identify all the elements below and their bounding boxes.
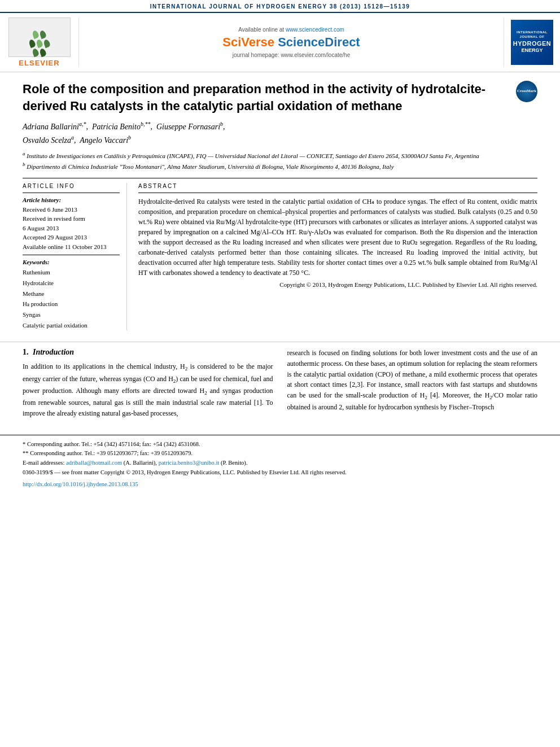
affil-a-marker: a bbox=[23, 151, 25, 156]
available-date: Available online 11 October 2013 bbox=[23, 242, 120, 252]
accepted-date: Accepted 29 August 2013 bbox=[23, 233, 120, 242]
available-online-text: Available online at www.sciencedirect.co… bbox=[238, 27, 344, 33]
author-1-affil: a,* bbox=[79, 121, 86, 127]
leaf-4 bbox=[35, 39, 43, 49]
author-5: Angelo Vaccari bbox=[80, 136, 128, 145]
sciverse-center: Available online at www.sciencedirect.co… bbox=[79, 18, 504, 67]
keywords-divider bbox=[23, 255, 120, 255]
leaf-6 bbox=[32, 48, 40, 58]
intro-col2-text: research is focused on finding solutions… bbox=[287, 348, 538, 412]
crossmark-badge[interactable]: CrossMark bbox=[516, 81, 537, 102]
author-4-affil: a bbox=[71, 134, 74, 141]
sciverse-link[interactable]: www.sciencedirect.com bbox=[286, 27, 344, 33]
author-3-affil: b bbox=[220, 121, 223, 127]
publisher-header: ELSEVIER Available online at www.science… bbox=[0, 13, 560, 72]
leaf-1 bbox=[32, 30, 40, 40]
history-text: Received 6 June 2013 Received in revised… bbox=[23, 205, 120, 252]
email-1-name: (A. Ballarini), bbox=[124, 460, 157, 466]
crossmark-section: CrossMark bbox=[509, 81, 537, 102]
keyword-2: Hydrotalcite bbox=[23, 278, 120, 289]
abstract-divider bbox=[138, 193, 537, 193]
body-col-left: 1. Introduction In addition to its appli… bbox=[23, 348, 273, 423]
footnote-corresponding-2: ** Corresponding author. Tel.: +39 05120… bbox=[23, 449, 537, 458]
leaf-3 bbox=[28, 39, 36, 49]
keyword-1: Ruthenium bbox=[23, 267, 120, 278]
journal-cover-image: INTERNATIONAL JOURNAL OF HYDROGEN ENERGY bbox=[511, 20, 553, 65]
introduction-heading: 1. Introduction bbox=[23, 348, 273, 357]
keyword-5: Syngas bbox=[23, 309, 120, 320]
article-info-label: ARTICLE INFO bbox=[23, 183, 120, 189]
leaf-5 bbox=[42, 39, 50, 49]
article-info-abstract: ARTICLE INFO Article history: Received 6… bbox=[23, 183, 537, 331]
leaf-2 bbox=[39, 30, 47, 40]
author-1: Adriana Ballarini bbox=[23, 123, 79, 131]
received-date: Received 6 June 2013 bbox=[23, 205, 120, 215]
footnote-emails: E-mail addresses: adriballa@hotmail.com … bbox=[23, 458, 537, 468]
email-label: E-mail addresses: bbox=[23, 460, 64, 466]
leaf-7 bbox=[39, 48, 47, 58]
email-link-1[interactable]: adriballa@hotmail.com bbox=[66, 460, 122, 466]
journal-homepage: journal homepage: www.elsevier.com/locat… bbox=[233, 52, 350, 58]
abstract-label: ABSTRACT bbox=[138, 183, 537, 189]
header-divider bbox=[23, 178, 537, 178]
elsevier-image bbox=[8, 18, 71, 57]
author-2: Patricia Benito bbox=[92, 123, 141, 131]
intro-col1-text: In addition to its applications in the c… bbox=[23, 361, 273, 418]
affiliations-section: a Instituto de Investigaciones en Catáli… bbox=[23, 150, 537, 171]
keywords-list: Ruthenium Hydrotalcite Methane H₂ produc… bbox=[23, 267, 120, 330]
journal-header-bar: INTERNATIONAL JOURNAL OF HYDROGEN ENERGY… bbox=[0, 0, 560, 13]
crossmark-label: CrossMark bbox=[517, 89, 536, 94]
footnote-issn: 0360-3199/$ — see front matter Copyright… bbox=[23, 468, 537, 478]
abstract-text: Hydrotalcite-derived Ru catalysts were t… bbox=[138, 196, 537, 278]
author-4: Osvaldo Scelza bbox=[23, 136, 71, 145]
journal-cover: INTERNATIONAL JOURNAL OF HYDROGEN ENERGY bbox=[504, 18, 554, 67]
keyword-3: Methane bbox=[23, 289, 120, 299]
doi-link[interactable]: http://dx.doi.org/10.1016/j.ijhydene.201… bbox=[23, 481, 138, 487]
author-2-affil: b,** bbox=[141, 121, 151, 127]
authors-section: Adriana Ballarinia,*, Patricia Benitob,*… bbox=[23, 120, 537, 147]
sciverse-sd: ScienceDirect bbox=[278, 35, 360, 49]
affil-b-marker: b bbox=[23, 161, 25, 167]
section-number: 1. bbox=[23, 348, 29, 356]
keyword-6: Catalytic partial oxidation bbox=[23, 320, 120, 331]
sciverse-logo: SciVerse ScienceDirect bbox=[222, 35, 360, 50]
title-section: Role of the composition and preparation … bbox=[23, 81, 537, 114]
abstract-column: ABSTRACT Hydrotalcite-derived Ru catalys… bbox=[138, 183, 537, 331]
copyright-text: Copyright © 2013, Hydrogen Energy Public… bbox=[138, 281, 537, 288]
footnotes-section: * Corresponding author. Tel.: +54 (342) … bbox=[0, 435, 560, 495]
revised-date: 6 August 2013 bbox=[23, 224, 120, 233]
leaf-decoration bbox=[29, 30, 50, 56]
article-title: Role of the composition and preparation … bbox=[23, 81, 509, 114]
revised-label: Received in revised form bbox=[23, 214, 120, 224]
sciverse-sci: SciVerse bbox=[222, 35, 278, 49]
elsevier-logo-section: ELSEVIER bbox=[6, 18, 79, 67]
article-info-column: ARTICLE INFO Article history: Received 6… bbox=[23, 183, 127, 331]
elsevier-brand-text: ELSEVIER bbox=[19, 59, 59, 67]
footnote-corresponding-1: * Corresponding author. Tel.: +54 (342) … bbox=[23, 440, 537, 449]
section-title: Introduction bbox=[33, 348, 74, 356]
email-link-2[interactable]: patricia.benito3@unibo.it bbox=[159, 460, 220, 466]
article-content: Role of the composition and preparation … bbox=[0, 72, 560, 342]
footnote-doi: http://dx.doi.org/10.1016/j.ijhydene.201… bbox=[23, 480, 537, 490]
keywords-label: Keywords: bbox=[23, 259, 120, 265]
article-info-divider bbox=[23, 193, 120, 193]
author-3: Giuseppe Fornasari bbox=[156, 123, 220, 131]
author-5-affil: b bbox=[128, 134, 131, 141]
body-two-col: 1. Introduction In addition to its appli… bbox=[23, 348, 537, 423]
body-content: 1. Introduction In addition to its appli… bbox=[0, 342, 560, 434]
history-label: Article history: bbox=[23, 196, 120, 203]
body-col-right: research is focused on finding solutions… bbox=[287, 348, 538, 423]
email-2-name: (P. Benito). bbox=[221, 460, 248, 466]
keyword-4: H₂ production bbox=[23, 299, 120, 309]
